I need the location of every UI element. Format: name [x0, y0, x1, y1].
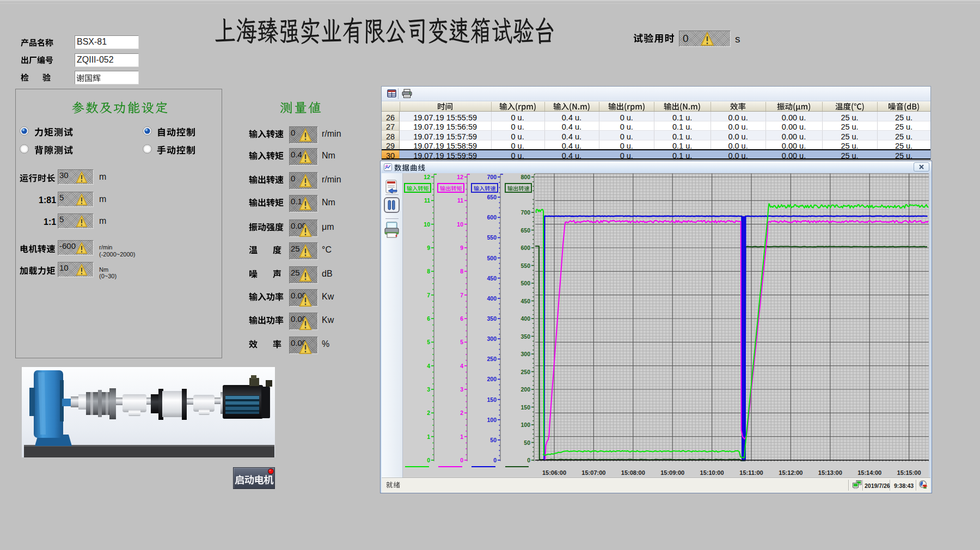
svg-text:2: 2: [460, 410, 463, 416]
svg-text:6: 6: [460, 315, 463, 322]
svg-text:250: 250: [520, 369, 530, 375]
svg-text:0: 0: [460, 457, 463, 463]
svg-text:5: 5: [427, 339, 430, 345]
svg-text:400: 400: [520, 315, 530, 322]
svg-text:500: 500: [520, 280, 530, 286]
svg-text:3: 3: [460, 386, 463, 393]
svg-text:1: 1: [427, 433, 430, 440]
svg-text:150: 150: [487, 396, 497, 403]
svg-text:100: 100: [487, 417, 497, 423]
svg-text:6: 6: [427, 315, 430, 322]
svg-text:450: 450: [520, 298, 530, 304]
svg-text:100: 100: [520, 421, 530, 428]
svg-text:7: 7: [427, 292, 430, 298]
svg-text:200: 200: [520, 386, 530, 393]
svg-text:700: 700: [487, 174, 497, 180]
svg-text:11: 11: [424, 197, 430, 204]
svg-text:12: 12: [457, 174, 463, 180]
svg-text:650: 650: [487, 194, 497, 200]
svg-text:0: 0: [527, 457, 530, 463]
svg-text:9: 9: [460, 245, 463, 251]
svg-text:400: 400: [487, 295, 497, 302]
svg-text:800: 800: [520, 174, 530, 180]
svg-text:350: 350: [520, 333, 530, 340]
svg-text:500: 500: [487, 255, 497, 261]
svg-text:8: 8: [427, 268, 430, 274]
svg-text:550: 550: [487, 234, 497, 241]
svg-text:50: 50: [490, 437, 497, 443]
svg-text:300: 300: [520, 351, 530, 357]
svg-text:2: 2: [427, 410, 430, 416]
svg-text:12: 12: [424, 174, 430, 180]
svg-text:650: 650: [520, 227, 530, 234]
svg-text:450: 450: [487, 275, 497, 282]
svg-text:10: 10: [424, 221, 430, 228]
svg-text:9: 9: [427, 245, 430, 251]
svg-text:50: 50: [524, 439, 530, 446]
svg-text:11: 11: [457, 197, 463, 204]
svg-text:4: 4: [460, 363, 463, 369]
svg-text:700: 700: [520, 209, 530, 216]
svg-text:0: 0: [493, 457, 497, 463]
svg-text:1: 1: [460, 433, 463, 440]
svg-text:0: 0: [427, 457, 430, 463]
svg-text:7: 7: [460, 292, 463, 298]
svg-text:250: 250: [487, 356, 497, 362]
svg-text:600: 600: [487, 214, 497, 221]
svg-text:550: 550: [520, 262, 530, 269]
svg-text:150: 150: [520, 404, 530, 411]
svg-text:10: 10: [457, 221, 463, 228]
svg-text:600: 600: [520, 245, 530, 251]
svg-text:4: 4: [427, 363, 430, 369]
svg-text:5: 5: [460, 339, 463, 345]
svg-text:3: 3: [427, 386, 430, 393]
svg-text:350: 350: [487, 315, 497, 322]
svg-text:8: 8: [460, 268, 463, 274]
svg-text:300: 300: [487, 335, 497, 342]
svg-text:200: 200: [487, 376, 497, 382]
